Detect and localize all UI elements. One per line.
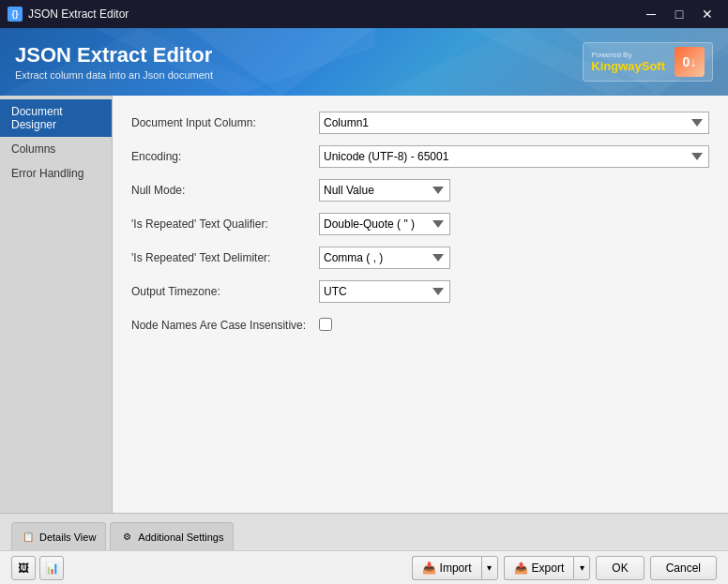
output-timezone-row: Output Timezone: UTC [131,279,709,304]
powered-by-label: Powered By [591,51,665,59]
text-qualifier-select[interactable]: Double-Quote ( " ) [319,213,450,235]
import-dropdown-button[interactable]: ▾ [481,556,498,580]
title-bar: {} JSON Extract Editor ─ □ ✕ [0,0,728,28]
tab-details-view[interactable]: 📋 Details View [11,522,106,550]
export-split-button: 📤 Export ▾ [504,556,591,580]
header-title: JSON Extract Editor [15,43,213,67]
null-mode-select[interactable]: Null Value [319,179,450,202]
import-icon: 📥 [422,562,436,575]
logo-icon: 0↓ [675,47,705,77]
case-insensitive-label: Node Names Are Case Insensitive: [131,319,319,332]
import-split-button: 📥 Import ▾ [412,556,498,580]
import-button[interactable]: 📥 Import [412,556,481,580]
case-insensitive-checkbox[interactable] [319,318,332,331]
text-qualifier-control: Double-Quote ( " ) [319,213,709,235]
export-button[interactable]: 📤 Export [504,556,574,580]
icon-button-1[interactable]: 🖼 [11,556,36,580]
sidebar-item-document-designer[interactable]: Document Designer [0,99,112,137]
document-input-column-row: Document Input Column: Column1 [131,111,709,135]
sidebar-item-columns[interactable]: Columns [0,137,112,161]
text-delimiter-select[interactable]: Comma ( , ) [319,247,450,269]
ok-button[interactable]: OK [596,556,644,580]
header-subtitle: Extract column data into an Json documen… [15,69,213,81]
action-bar: 🖼 📊 📥 Import ▾ 📤 Export ▾ OK Cancel [0,550,728,584]
encoding-select[interactable]: Unicode (UTF-8) - 65001 [319,145,709,168]
app-icon: {} [8,7,23,22]
window-title: JSON Extract Editor [28,7,129,21]
import-label: Import [440,562,472,575]
header: JSON Extract Editor Extract column data … [0,28,728,96]
export-dropdown-button[interactable]: ▾ [573,556,590,580]
encoding-label: Encoding: [131,150,319,163]
company-name: KingwaySoft [591,59,665,73]
document-input-column-select[interactable]: Column1 [319,112,709,134]
additional-settings-icon: ⚙ [120,531,133,544]
text-qualifier-row: 'Is Repeated' Text Qualifier: Double-Quo… [131,212,709,236]
maximize-button[interactable]: □ [666,4,692,24]
sidebar: Document Designer Columns Error Handling [0,96,113,513]
logo-text: Powered By KingwaySoft [591,51,665,73]
close-button[interactable]: ✕ [694,4,720,24]
minimize-button[interactable]: ─ [638,4,664,24]
icon-button-2[interactable]: 📊 [39,556,64,580]
details-view-icon: 📋 [22,531,35,544]
window-controls: ─ □ ✕ [638,4,720,24]
document-input-column-label: Document Input Column: [131,116,319,129]
null-mode-control: Null Value [319,179,709,202]
logo-name1: Kingway [591,59,641,73]
output-timezone-select[interactable]: UTC [319,280,450,303]
logo-name2: Soft [642,59,665,73]
header-logo: Powered By KingwaySoft 0↓ [583,42,713,82]
document-input-column-control: Column1 [319,112,709,134]
action-right: 📥 Import ▾ 📤 Export ▾ OK Cancel [412,556,717,580]
header-text: JSON Extract Editor Extract column data … [15,43,213,81]
output-timezone-label: Output Timezone: [131,285,319,298]
form-area: Document Input Column: Column1 Encoding:… [113,96,728,513]
case-insensitive-row: Node Names Are Case Insensitive: [131,313,709,337]
action-left: 🖼 📊 [11,556,64,580]
export-icon: 📤 [514,562,528,575]
cancel-button[interactable]: Cancel [650,556,717,580]
export-label: Export [532,562,565,575]
text-qualifier-label: 'Is Repeated' Text Qualifier: [131,217,319,231]
text-delimiter-control: Comma ( , ) [319,247,709,269]
text-delimiter-label: 'Is Repeated' Text Delimiter: [131,251,319,264]
text-delimiter-row: 'Is Repeated' Text Delimiter: Comma ( , … [131,246,709,270]
null-mode-label: Null Mode: [131,184,319,197]
tab-bar: 📋 Details View ⚙ Additional Settings [0,513,728,550]
output-timezone-control: UTC [319,280,709,303]
sidebar-item-error-handling[interactable]: Error Handling [0,161,112,186]
encoding-control: Unicode (UTF-8) - 65001 [319,145,709,168]
tab-additional-settings[interactable]: ⚙ Additional Settings [110,522,234,550]
tab-details-view-label: Details View [39,532,96,543]
case-insensitive-control [319,318,709,334]
encoding-row: Encoding: Unicode (UTF-8) - 65001 [131,144,709,169]
tab-additional-settings-label: Additional Settings [138,532,223,543]
null-mode-row: Null Mode: Null Value [131,178,709,202]
main-content: Document Designer Columns Error Handling… [0,96,728,513]
